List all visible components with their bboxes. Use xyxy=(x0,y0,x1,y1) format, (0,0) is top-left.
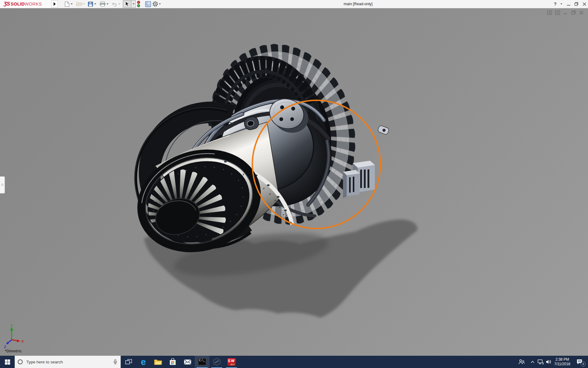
notification-count-badge: 3 xyxy=(581,362,586,366)
solidworks-logo: ƷS SOLID WORKS xyxy=(0,0,51,8)
task-view-icon xyxy=(125,359,132,365)
restore-button[interactable] xyxy=(573,0,580,8)
options-button[interactable] xyxy=(152,0,159,8)
solidworks-app-window: ƷS SOLID WORKS xyxy=(0,0,588,368)
new-document-icon xyxy=(65,1,70,7)
solidworks-logo-glyph: ƷS xyxy=(4,1,10,7)
small-bracket xyxy=(377,125,389,135)
connector-block xyxy=(343,161,375,198)
show-hidden-icons-button[interactable] xyxy=(529,356,536,368)
view-traffic-light-button[interactable] xyxy=(137,0,141,8)
save-button[interactable] xyxy=(88,0,93,8)
search-icon xyxy=(18,359,23,364)
command-prompt-icon: C:\_ xyxy=(198,358,206,365)
action-center-button[interactable]: 3 xyxy=(573,356,586,368)
orientation-triad: Y X Z xyxy=(0,324,31,352)
display-pane-icon xyxy=(145,1,151,7)
tray-date: 7/11/2018 xyxy=(554,362,571,366)
undo-icon xyxy=(111,2,117,6)
undo-dropdown[interactable] xyxy=(119,0,120,8)
undo-button[interactable] xyxy=(111,0,117,8)
taskbar-app-store[interactable] xyxy=(165,356,180,368)
close-document-icon[interactable] xyxy=(579,10,584,15)
select-tool-dropdown[interactable] xyxy=(131,0,136,8)
open-folder-icon xyxy=(76,2,82,6)
solidworks-2017-icon: SW 2017 xyxy=(228,358,236,366)
view-orientation-label: *Dimetric xyxy=(5,349,22,353)
hex-app-icon xyxy=(213,358,221,366)
tray-time: 2:38 PM xyxy=(556,357,569,362)
clock[interactable]: 2:38 PM 7/11/2018 xyxy=(552,356,572,368)
menu-flyout-arrow-icon[interactable] xyxy=(51,0,58,8)
triad-y-label: Y xyxy=(10,324,13,328)
next-pane-icon[interactable] xyxy=(555,10,560,15)
minimize-icon xyxy=(567,2,570,6)
options-dropdown[interactable] xyxy=(159,0,161,8)
taskbar-app-file-explorer[interactable] xyxy=(151,356,165,368)
microphone-icon[interactable] xyxy=(113,358,118,365)
file-explorer-icon xyxy=(154,359,162,365)
previous-pane-icon[interactable] xyxy=(547,10,552,15)
taskbar-app-mail[interactable] xyxy=(180,356,195,368)
print-dropdown[interactable] xyxy=(107,0,108,8)
minimize-document-icon[interactable] xyxy=(563,10,568,15)
mail-icon xyxy=(184,359,191,365)
close-icon xyxy=(583,2,586,6)
windows-logo-icon xyxy=(5,359,10,365)
taskbar-app-command-prompt[interactable]: C:\_ xyxy=(195,356,209,368)
document-title: main [Read-only] xyxy=(344,0,373,8)
select-tool-button[interactable] xyxy=(123,0,136,8)
close-button[interactable] xyxy=(581,0,588,8)
taskbar-app-edge[interactable]: e xyxy=(136,356,151,368)
print-icon xyxy=(100,1,106,7)
save-dropdown[interactable] xyxy=(94,0,96,8)
print-button[interactable] xyxy=(100,0,106,8)
jet-engine-model[interactable] xyxy=(0,8,588,356)
flyout-tab-icon xyxy=(1,184,3,186)
windows-taskbar: Type here to search e xyxy=(0,356,588,368)
title-bar: ƷS SOLID WORKS xyxy=(0,0,588,8)
display-pane-button[interactable] xyxy=(145,0,151,8)
triad-z-label: Z xyxy=(4,345,6,349)
taskbar-app-hex[interactable] xyxy=(209,356,224,368)
graphics-viewport[interactable]: Y X Z *Dimetric xyxy=(0,8,588,356)
chevron-up-icon xyxy=(530,360,535,363)
new-document-button[interactable] xyxy=(65,0,70,8)
network-button[interactable] xyxy=(537,356,545,368)
feature-tree-flyout-tab[interactable] xyxy=(0,176,5,194)
solidworks-year-badge: 2017 xyxy=(230,363,235,366)
start-button[interactable] xyxy=(0,356,15,368)
restore-document-icon[interactable] xyxy=(571,10,576,15)
edge-icon: e xyxy=(141,357,146,366)
search-placeholder: Type here to search xyxy=(26,360,113,364)
help-button[interactable]: ? xyxy=(552,0,558,8)
taskbar-search-input[interactable]: Type here to search xyxy=(15,356,121,368)
open-button[interactable] xyxy=(76,0,82,8)
task-view-button[interactable] xyxy=(121,356,136,368)
triad-x-label: X xyxy=(21,339,24,343)
save-floppy-icon xyxy=(88,2,93,7)
help-dropdown[interactable] xyxy=(559,0,564,8)
restore-icon xyxy=(575,2,578,6)
speaker-icon xyxy=(545,359,552,365)
taskbar-app-solidworks[interactable]: SW 2017 xyxy=(224,356,239,368)
people-icon xyxy=(518,359,525,365)
network-icon xyxy=(537,359,544,365)
minimize-button[interactable] xyxy=(565,0,572,8)
select-cursor-icon xyxy=(125,2,129,6)
gear-icon xyxy=(152,1,159,7)
document-window-controls xyxy=(547,10,584,15)
store-icon xyxy=(169,358,176,366)
open-dropdown[interactable] xyxy=(83,0,85,8)
traffic-light-icon xyxy=(137,1,141,8)
new-document-dropdown[interactable] xyxy=(71,0,73,8)
volume-button[interactable] xyxy=(545,356,552,368)
people-button[interactable] xyxy=(517,356,526,368)
